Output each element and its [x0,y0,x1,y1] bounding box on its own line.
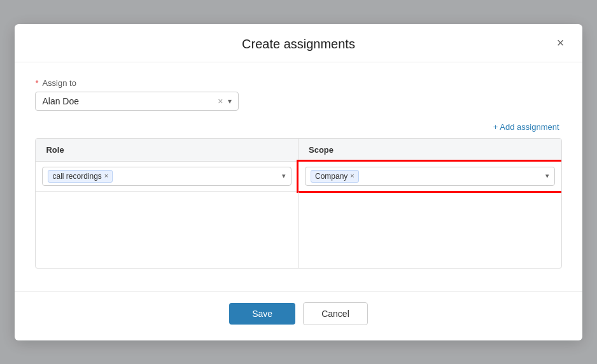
table-row: call recordings × ▾ Company [36,162,561,192]
role-tag-call-recordings: call recordings × [48,170,113,183]
select-actions: × ▾ [218,97,232,106]
select-arrow-icon: ▾ [228,97,232,106]
scope-cell: Company × ▾ [298,162,561,191]
modal-close-button[interactable]: × [552,34,570,52]
modal-body: * Assign to Alan Doe × ▾ + Add assignmen… [15,62,582,291]
table-empty-row [36,192,561,268]
role-tag-remove-icon[interactable]: × [104,172,108,179]
select-clear-icon[interactable]: × [218,97,223,106]
role-cell: call recordings × ▾ [36,162,298,191]
role-tag-label: call recordings [52,172,101,181]
role-dropdown-arrow: ▾ [282,172,286,180]
assignments-table: Role Scope call recordings [35,138,561,269]
role-tag-list: call recordings × [48,170,278,183]
empty-scope-cell [298,192,561,268]
table-header: Role Scope [36,139,561,162]
add-assignment-row: + Add assignment [35,121,561,133]
scope-cell-inner[interactable]: Company × ▾ [305,167,555,186]
assign-to-label-row: * Assign to [35,78,561,88]
modal-overlay: Create assignments × * Assign to Alan Do… [0,0,597,364]
assign-to-label: Assign to [42,78,76,88]
modal-header: Create assignments × [15,24,582,62]
scope-dropdown-arrow: ▾ [545,172,549,180]
column-header-role: Role [36,139,298,161]
empty-role-cell [36,192,298,268]
add-assignment-button[interactable]: + Add assignment [491,121,562,133]
modal-title: Create assignments [242,37,355,52]
create-assignments-modal: Create assignments × * Assign to Alan Do… [15,24,582,340]
scope-tag-list: Company × [311,170,542,183]
column-header-scope: Scope [298,139,561,161]
scope-tag-label: Company [315,172,348,181]
modal-footer: Save Cancel [15,291,582,340]
role-cell-inner[interactable]: call recordings × ▾ [42,167,291,186]
assign-to-value: Alan Doe [42,96,218,106]
assign-to-select[interactable]: Alan Doe × ▾ [35,92,239,111]
scope-tag-remove-icon[interactable]: × [350,172,354,179]
required-marker: * [35,78,38,88]
scope-tag-company: Company × [311,170,359,183]
cancel-button[interactable]: Cancel [303,302,368,325]
assign-to-field: * Assign to Alan Doe × ▾ [35,78,561,111]
save-button[interactable]: Save [229,303,295,325]
